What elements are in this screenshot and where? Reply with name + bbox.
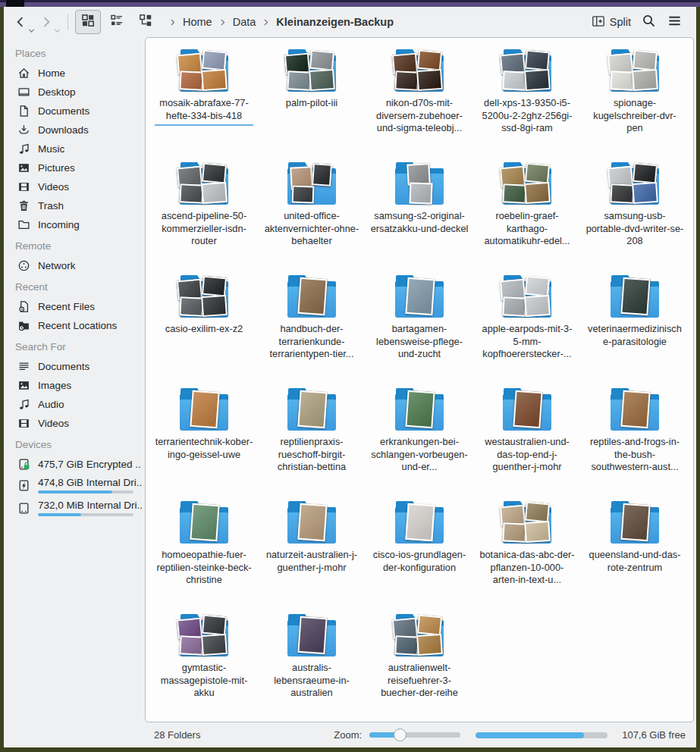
sidebar-item-recent-locations[interactable]: Recent Locations — [4, 316, 145, 335]
sidebar-item-label: Pictures — [38, 162, 75, 174]
folder-item[interactable]: apple-earpods-mit-3-5-mm-kopfhoerersteck… — [473, 274, 581, 387]
folder-item[interactable]: casio-exilim-ex-z2 — [150, 274, 258, 387]
folder-label: handbuch-der-terrarienkunde-terrarientyp… — [262, 323, 361, 361]
zoom-slider[interactable] — [369, 728, 460, 741]
search-button[interactable] — [636, 11, 661, 33]
folder-item[interactable]: reptilienpraxis-rueschoff-birgit-christi… — [258, 387, 366, 500]
folder-item[interactable]: homoeopathie-fuer-reptilien-steinke-beck… — [150, 500, 258, 613]
folder-item[interactable]: bartagamen-lebensweise-pflege-und-zucht — [366, 274, 473, 387]
back-history-caret-icon[interactable] — [28, 24, 35, 30]
sidebar-item-incoming[interactable]: Incoming — [4, 215, 145, 234]
folder-icon — [611, 501, 659, 545]
folder-item[interactable]: botanica-das-abc-der-pflanzen-10-000-art… — [473, 500, 581, 613]
thumbnail — [405, 277, 435, 315]
sidebar-item-474-8-gib-internal-dri[interactable]: 474,8 GiB Internal Dri... — [4, 474, 145, 497]
folder-item[interactable]: mosaik-abrafaxe-77-hefte-334-bis-418 — [150, 48, 258, 161]
sidebar-item-475-7-gib-encrypted[interactable]: 475,7 GiB Encrypted ... — [4, 455, 145, 474]
folder-label: palm-pilot-iii — [262, 97, 361, 110]
sidebar-item-732-0-mib-internal-dri[interactable]: 732,0 MiB Internal Dri... — [4, 497, 145, 519]
sidebar-item-home[interactable]: Home — [4, 64, 145, 83]
folder-item[interactable]: westaustralien-und-das-top-end-j-guenthe… — [473, 387, 581, 500]
thumbnail — [202, 276, 227, 297]
main-toolbar: HomeDataKleinanzeigen-Backup Split — [4, 7, 696, 37]
forward-icon — [39, 15, 53, 29]
folder-item[interactable]: reptiles-and-frogs-in-the-bush-southwest… — [581, 387, 689, 500]
folder-icon — [287, 501, 336, 545]
folder-item[interactable]: palm-pilot-iii — [258, 48, 366, 161]
drive-lock-icon — [17, 458, 30, 471]
icons-view-button[interactable] — [75, 10, 101, 34]
sidebar-item-audio[interactable]: Audio — [4, 395, 145, 414]
thumbnail — [297, 616, 327, 654]
network-icon — [17, 259, 30, 272]
music-icon — [17, 398, 30, 411]
sidebar-item-pictures[interactable]: Pictures — [4, 158, 145, 177]
folder-item[interactable]: dell-xps-13-9350-i5-5200u-2-2ghz-256gi-s… — [473, 48, 581, 161]
folder-icon — [395, 162, 444, 206]
folder-item[interactable]: samsung-usb-portable-dvd-writer-se-208 — [581, 161, 689, 274]
folder-item[interactable]: handbuch-der-terrarienkunde-terrarientyp… — [258, 274, 366, 387]
folder-item[interactable]: united-office-aktenvernichter-ohne-behae… — [258, 161, 366, 274]
sidebar-item-desktop[interactable]: Desktop — [4, 83, 145, 102]
tree-view-button[interactable] — [133, 10, 159, 34]
folder-item[interactable]: ascend-pipeline-50-kommerzieller-isdn-ro… — [150, 161, 258, 274]
folder-icon — [503, 275, 551, 319]
folder-item[interactable]: samsung-s2-original-ersatzakku-und-decke… — [366, 161, 473, 274]
folder-label: naturzeit-australien-j-guenther-j-mohr — [262, 549, 361, 574]
folder-label: homoeopathie-fuer-reptilien-steinke-beck… — [155, 549, 253, 587]
image-icon — [17, 161, 30, 174]
folder-label: terrarientechnik-kober-ingo-geissel-uwe — [155, 436, 253, 461]
sidebar-item-images[interactable]: Images — [4, 376, 145, 395]
thumbnail — [202, 615, 227, 636]
folder-item[interactable]: erkrankungen-bei-schlangen-vorbeugen-und… — [366, 387, 473, 500]
thumbnail — [633, 50, 658, 71]
sidebar-item-label: Documents — [38, 105, 89, 117]
breadcrumb-item-kleinanzeigen-backup[interactable]: Kleinanzeigen-Backup — [272, 14, 397, 30]
folder-item[interactable]: naturzeit-australien-j-guenther-j-mohr — [258, 500, 366, 613]
breadcrumb-item-data[interactable]: Data — [229, 14, 260, 30]
folder-icon — [287, 162, 336, 206]
thumbnail — [201, 634, 228, 656]
sidebar-item-music[interactable]: Music — [4, 139, 145, 158]
folder-icon — [503, 388, 551, 432]
breadcrumb-item-home[interactable]: Home — [179, 14, 216, 30]
sidebar-item-label: Videos — [38, 181, 69, 193]
folder-item[interactable]: cisco-ios-grundlagen-der-konfiguration — [366, 500, 473, 613]
sidebar-item-documents[interactable]: Documents — [4, 357, 145, 376]
sidebar-item-videos[interactable]: Videos — [4, 414, 145, 433]
folder-item[interactable]: spionage-kugelschreiber-dvr-pen — [581, 48, 689, 161]
folder-item[interactable]: gymtastic-massagepistole-mit-akku — [150, 613, 258, 722]
menu-button[interactable] — [661, 11, 687, 33]
details-view-button[interactable] — [104, 10, 130, 34]
thumbnail — [201, 69, 228, 91]
folder-icon — [395, 614, 444, 658]
back-button[interactable] — [11, 12, 37, 32]
folder-item[interactable]: nikon-d70s-mit-diversem-zubehoer-und-sig… — [366, 48, 473, 161]
forward-history-caret-icon[interactable] — [54, 24, 61, 30]
sidebar-item-network[interactable]: Network — [4, 256, 145, 275]
folder-view[interactable]: mosaik-abrafaxe-77-hefte-334-bis-418palm… — [145, 37, 694, 722]
sidebar-item-recent-files[interactable]: Recent Files — [4, 297, 145, 316]
sidebar-item-downloads[interactable]: Downloads — [4, 121, 145, 139]
folder-item[interactable]: roebelin-graef-karthago-automatikuhr-ede… — [473, 161, 581, 274]
folder-item[interactable]: australis-lebensraeume-in-australien — [258, 613, 366, 722]
zoom-slider-handle[interactable] — [394, 728, 407, 741]
folder-item[interactable]: australienwelt-reisefuehrer-3-buecher-de… — [366, 613, 473, 722]
folder-item[interactable]: queensland-und-das-rote-zentrum — [581, 500, 689, 613]
folder-icon — [611, 162, 659, 206]
recent-folder-icon — [17, 319, 30, 332]
split-button[interactable]: Split — [587, 11, 636, 33]
sidebar-item-trash[interactable]: Trash — [4, 196, 145, 215]
folder-icon — [395, 275, 444, 319]
sidebar-item-videos[interactable]: Videos — [4, 177, 145, 196]
thumbnail — [405, 503, 435, 541]
thumbnail — [190, 390, 219, 428]
thumbnail — [416, 634, 443, 656]
sidebar-item-documents[interactable]: Documents — [4, 102, 145, 121]
thumbnail — [309, 69, 335, 91]
folder-item[interactable]: veterinaermedizinische-parasitologie — [581, 274, 689, 387]
thumbnail — [417, 615, 442, 636]
folder-item[interactable]: terrarientechnik-kober-ingo-geissel-uwe — [150, 387, 258, 500]
thumbnail — [524, 295, 551, 317]
forward-button[interactable] — [37, 12, 63, 32]
